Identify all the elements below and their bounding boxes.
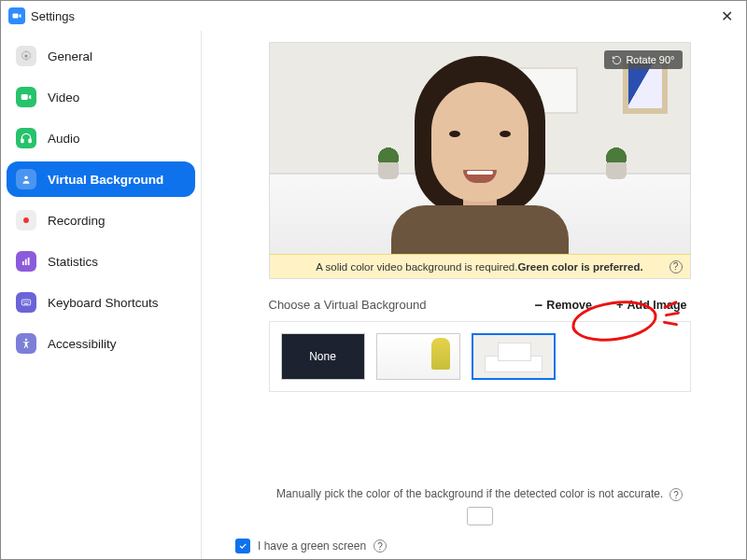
help-icon[interactable]: ? bbox=[669, 260, 683, 273]
remove-button[interactable]: − Remove bbox=[531, 297, 596, 314]
svg-rect-7 bbox=[22, 261, 24, 265]
accessibility-icon bbox=[16, 333, 36, 354]
sidebar-item-label: General bbox=[48, 49, 92, 63]
add-image-button[interactable]: + Add Image bbox=[613, 296, 691, 314]
video-preview: Rotate 90° A solid color video backgroun… bbox=[269, 42, 691, 279]
sidebar-item-audio[interactable]: Audio bbox=[7, 120, 195, 156]
svg-rect-2 bbox=[21, 94, 28, 100]
zoom-icon bbox=[8, 7, 25, 24]
headphones-icon bbox=[16, 128, 36, 148]
sidebar-item-virtual-background[interactable]: Virtual Background bbox=[7, 161, 195, 197]
sidebar-item-label: Accessibility bbox=[48, 337, 117, 351]
sidebar-item-label: Keyboard Shortcuts bbox=[48, 296, 159, 310]
svg-rect-9 bbox=[28, 258, 30, 265]
help-icon[interactable]: ? bbox=[374, 539, 387, 553]
info-banner: A solid color video background is requir… bbox=[270, 254, 690, 278]
sidebar-item-keyboard-shortcuts[interactable]: Keyboard Shortcuts bbox=[7, 285, 195, 320]
add-image-label: Add Image bbox=[627, 299, 687, 312]
choose-background-label: Choose a Virtual Background bbox=[269, 298, 427, 312]
thumb-option-1[interactable] bbox=[376, 333, 460, 380]
help-icon[interactable]: ? bbox=[669, 488, 683, 501]
gear-icon bbox=[16, 46, 36, 66]
color-swatch-picker[interactable] bbox=[467, 507, 493, 525]
svg-point-5 bbox=[24, 176, 28, 180]
green-screen-checkbox[interactable] bbox=[235, 539, 250, 553]
thumb-none[interactable]: None bbox=[281, 333, 365, 380]
chart-icon bbox=[16, 251, 36, 272]
sidebar-item-accessibility[interactable]: Accessibility bbox=[7, 326, 195, 361]
rotate-button[interactable]: Rotate 90° bbox=[604, 50, 682, 69]
preview-scene bbox=[270, 43, 690, 278]
sidebar-item-video[interactable]: Video bbox=[7, 79, 195, 115]
svg-rect-4 bbox=[29, 139, 31, 143]
thumb-none-label: None bbox=[309, 350, 336, 363]
main-panel: Rotate 90° A solid color video backgroun… bbox=[202, 31, 746, 560]
sidebar-item-label: Audio bbox=[48, 132, 80, 146]
svg-point-1 bbox=[24, 54, 28, 58]
remove-label: Remove bbox=[546, 299, 592, 312]
svg-point-11 bbox=[23, 301, 24, 302]
svg-rect-8 bbox=[25, 259, 27, 265]
sidebar: General Video Audio Virtual Background R… bbox=[1, 31, 202, 560]
plus-icon: + bbox=[616, 298, 624, 312]
svg-rect-14 bbox=[24, 303, 29, 304]
close-button[interactable]: ✕ bbox=[715, 7, 739, 25]
svg-point-6 bbox=[23, 217, 29, 223]
svg-point-15 bbox=[25, 339, 27, 341]
manual-color-hint: Manually pick the color of the backgroun… bbox=[276, 487, 663, 500]
video-icon bbox=[16, 87, 36, 107]
keyboard-icon bbox=[16, 292, 36, 313]
sidebar-item-label: Recording bbox=[48, 214, 106, 228]
banner-text: A solid color video background is requir… bbox=[316, 261, 517, 273]
sidebar-item-statistics[interactable]: Statistics bbox=[7, 244, 195, 279]
rotate-label: Rotate 90° bbox=[626, 54, 674, 65]
check-icon bbox=[238, 541, 247, 551]
sidebar-item-label: Statistics bbox=[48, 255, 98, 269]
svg-rect-0 bbox=[13, 14, 19, 19]
window-title: Settings bbox=[31, 9, 75, 23]
titlebar: Settings ✕ bbox=[1, 1, 746, 31]
sidebar-item-label: Virtual Background bbox=[48, 173, 163, 187]
record-icon bbox=[16, 210, 36, 231]
user-background-icon bbox=[16, 169, 36, 189]
sidebar-item-general[interactable]: General bbox=[7, 38, 195, 74]
minus-icon: − bbox=[535, 301, 543, 310]
sidebar-item-label: Video bbox=[48, 91, 79, 105]
green-screen-label: I have a green screen bbox=[258, 539, 366, 553]
background-thumbnails: None bbox=[269, 321, 691, 392]
banner-bold: Green color is preferred. bbox=[517, 261, 642, 273]
svg-point-13 bbox=[28, 301, 29, 302]
sidebar-item-recording[interactable]: Recording bbox=[7, 203, 195, 238]
rotate-icon bbox=[612, 55, 622, 65]
thumb-option-2-selected[interactable] bbox=[472, 333, 556, 380]
svg-point-12 bbox=[25, 301, 26, 302]
svg-rect-3 bbox=[21, 139, 23, 143]
